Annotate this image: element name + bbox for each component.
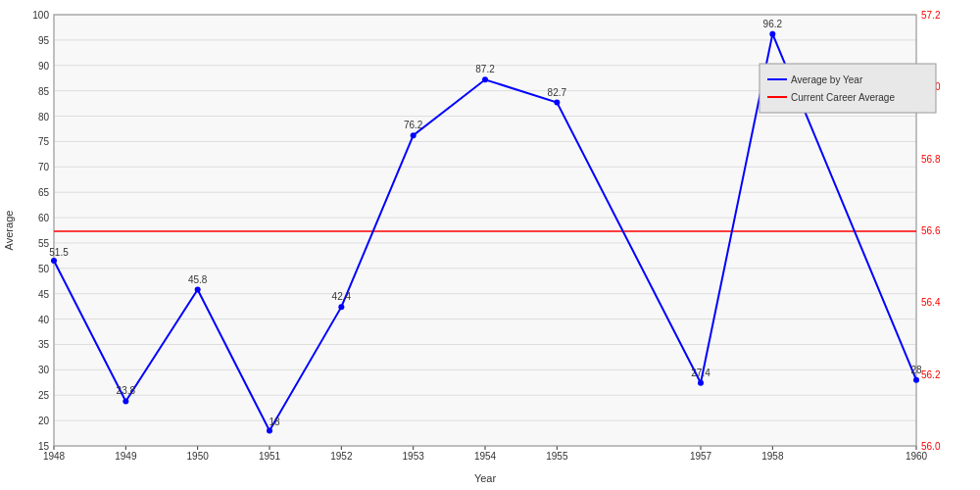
svg-text:100: 100	[32, 10, 49, 21]
svg-text:Year: Year	[474, 472, 497, 484]
chart-svg: (function() { const data = JSON.parse(do…	[0, 0, 980, 490]
svg-text:56.6: 56.6	[921, 225, 941, 236]
svg-text:1948: 1948	[43, 451, 66, 462]
svg-text:27.4: 27.4	[691, 368, 710, 378]
chart-container: (function() { const data = JSON.parse(do…	[0, 0, 980, 490]
svg-point-78	[411, 132, 416, 138]
svg-text:56.2: 56.2	[921, 369, 941, 380]
svg-point-68	[51, 258, 57, 264]
svg-text:82.7: 82.7	[548, 87, 567, 98]
svg-text:28: 28	[910, 365, 922, 375]
svg-text:1952: 1952	[330, 451, 353, 462]
svg-text:Current Career Average: Current Career Average	[791, 92, 895, 103]
svg-text:1953: 1953	[403, 451, 425, 462]
svg-text:45.8: 45.8	[188, 274, 208, 285]
svg-text:30: 30	[38, 365, 50, 375]
svg-text:23.8: 23.8	[117, 385, 136, 396]
svg-text:65: 65	[38, 187, 50, 198]
svg-text:60: 60	[38, 213, 50, 223]
svg-text:1951: 1951	[259, 451, 281, 462]
svg-text:70: 70	[38, 162, 50, 172]
svg-text:75: 75	[38, 136, 50, 147]
svg-point-80	[482, 76, 488, 82]
svg-text:87.2: 87.2	[475, 64, 495, 74]
svg-text:25: 25	[38, 390, 50, 401]
svg-point-82	[554, 100, 560, 106]
svg-text:45: 45	[38, 289, 50, 300]
svg-text:42.4: 42.4	[332, 291, 352, 302]
svg-point-74	[267, 427, 272, 433]
svg-text:1949: 1949	[115, 451, 137, 462]
svg-text:56.4: 56.4	[921, 297, 941, 308]
svg-text:1957: 1957	[690, 451, 712, 462]
svg-text:85: 85	[38, 86, 50, 97]
svg-text:90: 90	[38, 61, 50, 72]
svg-point-88	[913, 377, 919, 383]
svg-text:1954: 1954	[474, 451, 497, 462]
svg-text:76.2: 76.2	[404, 120, 423, 130]
svg-text:Average: Average	[3, 211, 15, 251]
svg-text:1955: 1955	[546, 451, 568, 462]
svg-text:80: 80	[38, 112, 50, 122]
svg-text:55: 55	[38, 238, 50, 249]
svg-point-84	[698, 380, 704, 386]
svg-text:20: 20	[38, 416, 50, 426]
svg-text:1958: 1958	[761, 451, 784, 462]
svg-text:Average by Year: Average by Year	[791, 74, 863, 85]
svg-text:51.5: 51.5	[49, 247, 69, 258]
svg-point-76	[338, 304, 344, 310]
svg-text:1950: 1950	[187, 451, 210, 462]
svg-text:18: 18	[269, 416, 280, 427]
svg-text:96.2: 96.2	[763, 19, 783, 29]
svg-text:35: 35	[38, 339, 50, 350]
svg-point-72	[195, 287, 201, 293]
svg-text:57.2: 57.2	[921, 10, 941, 21]
svg-point-70	[122, 398, 128, 404]
svg-text:95: 95	[38, 35, 50, 46]
svg-point-86	[769, 31, 775, 37]
svg-text:56.8: 56.8	[921, 154, 941, 165]
svg-text:40: 40	[38, 315, 50, 325]
svg-text:50: 50	[38, 264, 50, 274]
svg-rect-92	[760, 64, 936, 113]
svg-text:1960: 1960	[906, 451, 928, 462]
